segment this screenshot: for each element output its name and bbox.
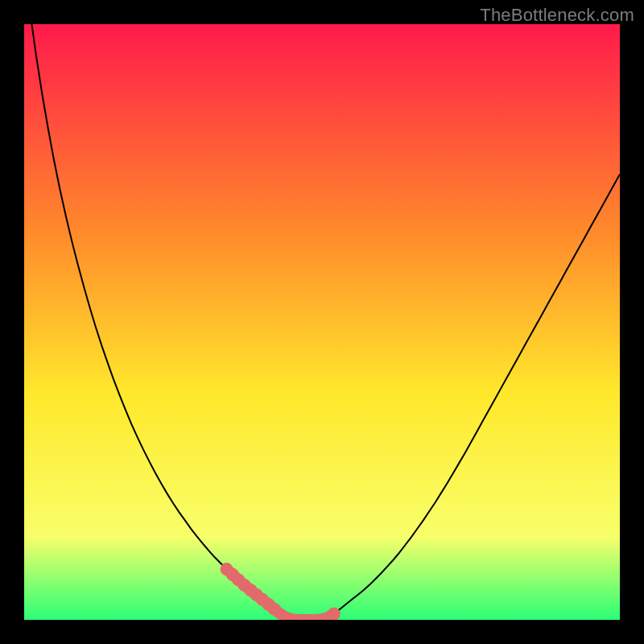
watermark-label: TheBottleneck.com bbox=[480, 5, 634, 26]
highlight-dot bbox=[268, 603, 281, 616]
gradient-background bbox=[24, 24, 620, 620]
chart-frame: TheBottleneck.com bbox=[0, 0, 644, 644]
chart-svg bbox=[24, 24, 620, 620]
plot-area bbox=[24, 24, 620, 620]
highlight-dot bbox=[328, 608, 341, 620]
